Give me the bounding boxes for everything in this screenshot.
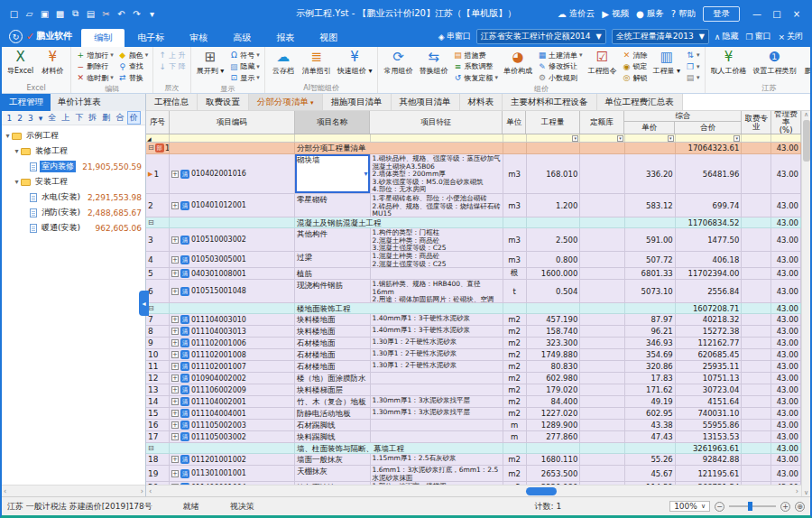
item-name-cell[interactable]: 零星砌砖 — [295, 194, 371, 217]
fee-major-cell[interactable] — [742, 143, 771, 154]
tree-node-消防(安装)[interactable]: 消防(安装)2,488,685.67 — [2, 205, 145, 220]
collapse-icon[interactable]: ⊟ — [148, 445, 154, 452]
expand-icon[interactable]: + — [171, 339, 179, 347]
zoom-slider-thumb[interactable] — [748, 502, 752, 511]
item-code-cell[interactable] — [170, 143, 295, 154]
item-code-cell[interactable]: +清011201001002 — [170, 454, 295, 466]
undo-icon[interactable]: ↶ — [115, 6, 128, 21]
left-tab-单价计算表[interactable]: 单价计算表 — [51, 94, 108, 111]
row-number-cell[interactable]: ⊟部1 — [146, 143, 170, 154]
fee-major-cell[interactable] — [742, 431, 771, 443]
video-button[interactable]: ▶视频 — [602, 8, 629, 20]
cloud-archive-button[interactable]: ☁云存档 — [268, 48, 299, 83]
section-name-cell[interactable]: 分部分项工程量清单 — [295, 143, 503, 154]
quota-ref-cell[interactable] — [580, 303, 625, 314]
tree-node-水电(安装)[interactable]: 水电(安装)2,291,553.98 — [2, 190, 145, 205]
total-price-cell[interactable]: 56481.96 — [676, 154, 743, 194]
total-price-cell[interactable]: 620685.45 — [676, 349, 743, 361]
delete-row-button[interactable]: −删除行 — [74, 61, 115, 73]
unit-cell[interactable]: m2 — [503, 396, 527, 408]
item-name-cell[interactable]: 石材踢脚线 — [295, 420, 371, 431]
temp-delete-button[interactable]: ✕临时删▾ — [74, 72, 115, 84]
item-name-cell[interactable]: 楼（地）面涂膜防水 — [295, 373, 371, 384]
table-row[interactable]: 17+清011105003002块料踢脚线m277.86047.4313153.… — [146, 431, 801, 443]
item-feature-cell[interactable]: 1.30厚1：2干硬性水泥砂浆 — [371, 338, 503, 349]
item-name-cell[interactable]: 石材楼地面 — [295, 338, 371, 349]
management-rate-cell[interactable]: 43.00 — [771, 143, 801, 154]
total-price-cell[interactable]: 2556.84 — [676, 280, 743, 303]
total-price-cell[interactable]: 1607208.71 — [676, 303, 743, 314]
scroll-right-icon[interactable]: › — [141, 487, 143, 495]
unit-cell[interactable]: m2 — [503, 454, 527, 466]
total-price-cell[interactable]: 112162.77 — [676, 338, 743, 349]
total-price-cell[interactable]: 30723.04 — [676, 384, 743, 396]
management-rate-cell[interactable]: 43.00 — [771, 217, 801, 228]
quantity-cell[interactable]: 84.400 — [527, 396, 581, 408]
unit-cell[interactable]: m — [503, 431, 527, 443]
item-name-cell[interactable]: 现浇构件钢筋 — [295, 280, 371, 303]
unit-cell[interactable]: m2 — [503, 466, 527, 482]
row-number-cell[interactable]: ⊟ — [146, 443, 170, 454]
management-rate-cell[interactable]: 43.00 — [771, 396, 801, 408]
fee-major-cell[interactable] — [742, 338, 771, 349]
item-feature-cell[interactable]: 1.30厚1：2干硬性水泥砂浆 — [371, 361, 503, 373]
sheet-tab-分部分项清单[interactable]: 分部分项清单▾ — [249, 94, 323, 110]
main-vscrollbar[interactable]: ∧ ∨ — [801, 111, 810, 496]
quantity-cell[interactable] — [527, 217, 581, 228]
unit-price-cell[interactable]: 96.21 — [625, 326, 676, 338]
quota-ref-cell[interactable] — [580, 217, 625, 228]
item-feature-cell[interactable]: 1.40mm厚1：3干硬性水泥砂浆 — [371, 326, 503, 338]
table-row[interactable]: 4+清010503005001过梁1.混凝土种类：商品砼 2.混凝土强度等级：C… — [146, 252, 801, 268]
filter-dropdown-icon[interactable]: ▾ — [572, 135, 578, 142]
hide-button[interactable]: ▨隐藏▾ — [227, 61, 262, 73]
quantity-cell[interactable] — [527, 303, 581, 314]
labor-price-button[interactable]: ¥取人工价格 — [708, 48, 750, 83]
fee-major-cell[interactable] — [742, 396, 771, 408]
expand-icon[interactable]: + — [171, 202, 179, 209]
fee-major-cell[interactable] — [742, 268, 771, 280]
unit-price-cell[interactable]: 171.62 — [625, 384, 676, 396]
filter-cell[interactable] — [371, 134, 503, 142]
table-row[interactable]: 14+清011104002001竹、木（复合）地板1.30mm厚1：3水泥砂浆找… — [146, 396, 801, 408]
sheet-tab-材料表[interactable]: 材料表 — [460, 94, 503, 110]
expand-icon[interactable]: + — [171, 270, 179, 277]
excel-export-button[interactable]: X导Excel — [5, 48, 36, 83]
cost-cloud-button[interactable]: ☁造价云 — [558, 8, 595, 20]
quota-ref-cell[interactable] — [580, 431, 625, 443]
management-rate-cell[interactable]: 43.00 — [771, 268, 801, 280]
column-header-项目名称[interactable]: 项目名称 — [295, 111, 370, 134]
filter-cell[interactable]: ▾ — [580, 134, 625, 142]
total-price-cell[interactable]: 25935.11 — [676, 361, 743, 373]
modify-button[interactable]: ✎修改拆让 — [536, 61, 585, 73]
fee-major-cell[interactable] — [742, 314, 771, 326]
table-row[interactable]: 9+清011102001006石材楼地面1.30厚1：2干硬性水泥砂浆m2323… — [146, 338, 801, 349]
filter-cell[interactable]: ◢ — [146, 134, 170, 142]
item-name-cell[interactable]: 防静电活动地板 — [295, 408, 371, 420]
unit-cell[interactable] — [503, 217, 527, 228]
unit-price-cell[interactable]: 354.69 — [625, 349, 676, 361]
total-price-cell[interactable]: 10751.13 — [676, 373, 743, 384]
total-price-cell[interactable]: 13153.53 — [676, 431, 743, 443]
management-rate-cell[interactable]: 43.00 — [771, 326, 801, 338]
quota-ref-cell[interactable] — [580, 466, 625, 482]
list-guide-button[interactable]: ≣清单指引 — [300, 48, 334, 83]
total-price-cell[interactable]: 406.18 — [676, 252, 743, 268]
quota-ref-cell[interactable] — [580, 454, 625, 466]
quota-select[interactable]: 江苏省安装工程计价定额2014▼ — [476, 29, 606, 44]
total-price-cell[interactable]: 3261963.61 — [676, 443, 743, 454]
show-button[interactable]: ⊡显示▾ — [227, 72, 262, 84]
unit-cell[interactable]: m2 — [503, 349, 527, 361]
column-header-合价[interactable]: 合价 — [675, 122, 741, 134]
tree-tool-上[interactable]: 上 — [60, 112, 72, 124]
unit-cell[interactable] — [503, 443, 527, 454]
row-number-cell[interactable]: 14 — [146, 396, 170, 408]
quantity-cell[interactable]: 1600.000 — [527, 268, 581, 280]
total-price-cell[interactable]: 121195.61 — [676, 466, 743, 482]
measure-fee-button[interactable]: ▤措施费 — [451, 50, 500, 61]
clear-button[interactable]: ✕清除 — [620, 50, 649, 61]
quantity-cell[interactable]: 168.010 — [527, 154, 581, 194]
scroll-left-icon[interactable]: ‹ — [149, 487, 152, 495]
menu-tab-编制[interactable]: 编制 — [81, 29, 125, 47]
unit-price-cell[interactable]: 55.26 — [625, 454, 676, 466]
quota-ref-cell[interactable] — [580, 396, 625, 408]
